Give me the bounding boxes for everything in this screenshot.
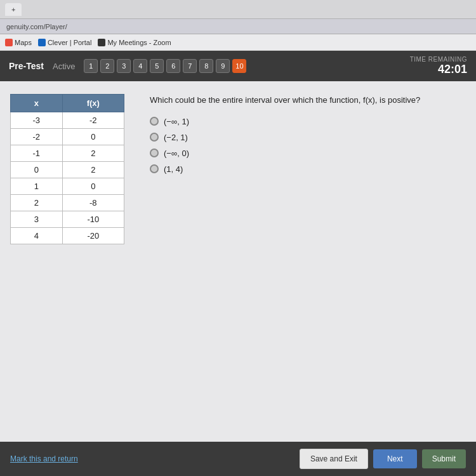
table-row: -3-2: [11, 112, 124, 129]
cell-x-1: -2: [11, 129, 63, 145]
time-label: TIME REMAINING: [410, 56, 467, 63]
radio-c: [150, 149, 159, 157]
footer-bar: Mark this and return Save and Exit Next …: [0, 442, 476, 476]
radio-a: [150, 117, 159, 126]
q-btn-9[interactable]: 9: [216, 59, 230, 73]
radio-d: [150, 164, 159, 173]
submit-button[interactable]: Submit: [422, 449, 466, 468]
radio-b: [150, 133, 159, 142]
q-btn-4[interactable]: 4: [133, 59, 147, 73]
cell-fx-2: 2: [62, 145, 124, 162]
header-right: TIME REMAINING 42:01: [410, 56, 467, 76]
cell-x-2: -1: [11, 145, 63, 162]
question-section: Which could be the entire interval over …: [150, 94, 466, 435]
mark-return-link[interactable]: Mark this and return: [10, 454, 78, 463]
app-container: Pre-Test Active 1 2 3 4 5 6 7 8 9 10 TIM…: [0, 51, 476, 476]
table-row: 2-8: [11, 195, 124, 211]
next-button[interactable]: Next: [373, 449, 417, 468]
cell-x-0: -3: [11, 112, 63, 129]
question-text: Which could be the entire interval over …: [150, 94, 466, 107]
cell-fx-4: 0: [62, 178, 124, 195]
q-btn-10[interactable]: 10: [232, 59, 246, 73]
answer-option-a[interactable]: (−∞, 1): [150, 117, 466, 126]
cell-fx-6: -10: [62, 211, 124, 228]
cell-x-4: 1: [11, 178, 63, 195]
header-left: Pre-Test Active 1 2 3 4 5 6 7 8 9 10: [9, 59, 246, 73]
bookmark-clever[interactable]: Clever | Portal: [38, 39, 92, 46]
table-row: -12: [11, 145, 124, 162]
header-bar: Pre-Test Active 1 2 3 4 5 6 7 8 9 10 TIM…: [0, 51, 476, 81]
clever-icon: [38, 39, 46, 46]
table-row: 02: [11, 162, 124, 178]
q-btn-2[interactable]: 2: [100, 59, 114, 73]
question-nav: 1 2 3 4 5 6 7 8 9 10: [84, 59, 246, 73]
q-btn-8[interactable]: 8: [199, 59, 213, 73]
zoom-icon: [98, 39, 105, 46]
option-label-c: (−∞, 0): [164, 149, 189, 158]
q-btn-7[interactable]: 7: [183, 59, 197, 73]
browser-tab-bar: +: [0, 0, 476, 19]
cell-fx-7: -20: [62, 228, 124, 244]
cell-x-7: 4: [11, 228, 63, 244]
answer-option-b[interactable]: (−2, 1): [150, 133, 466, 142]
bookmark-zoom[interactable]: My Meetings - Zoom: [98, 39, 171, 46]
col-header-fx: f(x): [62, 95, 124, 112]
answer-options: (−∞, 1)(−2, 1)(−∞, 0)(1, 4): [150, 117, 466, 174]
q-btn-1[interactable]: 1: [84, 59, 98, 73]
browser-tab[interactable]: +: [5, 3, 22, 16]
content-area: x f(x) -3-2-20-1202102-83-104-20 Which c…: [0, 81, 476, 442]
option-label-a: (−∞, 1): [164, 117, 189, 126]
cell-fx-0: -2: [62, 112, 124, 129]
q-btn-6[interactable]: 6: [166, 59, 180, 73]
cell-fx-3: 2: [62, 162, 124, 178]
q-btn-3[interactable]: 3: [117, 59, 131, 73]
maps-icon: [5, 39, 13, 46]
save-exit-button[interactable]: Save and Exit: [300, 449, 368, 469]
option-label-d: (1, 4): [164, 164, 183, 174]
cell-x-5: 2: [11, 195, 63, 211]
bookmark-maps[interactable]: Maps: [5, 39, 32, 46]
table-row: -20: [11, 129, 124, 145]
answer-option-d[interactable]: (1, 4): [150, 164, 466, 174]
table-section: x f(x) -3-2-20-1202102-83-104-20: [10, 94, 137, 435]
address-bar[interactable]: genuity.com/Player/: [0, 19, 476, 34]
test-status: Active: [53, 62, 75, 71]
data-table: x f(x) -3-2-20-1202102-83-104-20: [10, 94, 124, 244]
test-title: Pre-Test: [9, 61, 44, 71]
table-row: 4-20: [11, 228, 124, 244]
bookmarks-bar: Maps Clever | Portal My Meetings - Zoom: [0, 34, 476, 51]
table-row: 3-10: [11, 211, 124, 228]
cell-fx-5: -8: [62, 195, 124, 211]
option-label-b: (−2, 1): [164, 133, 188, 142]
cell-x-3: 0: [11, 162, 63, 178]
time-value: 42:01: [410, 63, 467, 76]
table-row: 10: [11, 178, 124, 195]
answer-option-c[interactable]: (−∞, 0): [150, 149, 466, 158]
cell-x-6: 3: [11, 211, 63, 228]
q-btn-5[interactable]: 5: [150, 59, 164, 73]
footer-buttons: Save and Exit Next Submit: [300, 449, 466, 469]
cell-fx-1: 0: [62, 129, 124, 145]
col-header-x: x: [11, 95, 63, 112]
